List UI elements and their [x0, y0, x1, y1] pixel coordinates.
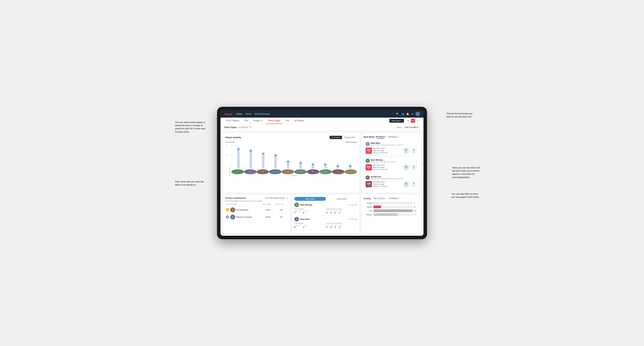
heart-view-icon[interactable]: ♥: [411, 119, 415, 123]
bar-group-1: 12: [245, 149, 257, 169]
shot-info-1: Shot Dist: 67 yds Start Lie: Rough End L…: [373, 147, 402, 154]
user-avatar[interactable]: U: [416, 112, 420, 116]
practice-drills-toggle[interactable]: Practice Drills: [342, 136, 357, 139]
search-icon[interactable]: 🔍: [396, 113, 399, 115]
x-axis-label: Players: [231, 174, 357, 176]
top-nav: clippd Home Teams My Performance 🔍 👥 🔔 ⊕…: [220, 110, 424, 118]
shot-chevron-3[interactable]: ›: [416, 176, 417, 179]
edit-icon[interactable]: ✏️: [249, 126, 252, 129]
bar-group-8: 2: [332, 164, 344, 169]
shot-zero-badge-2: 0 yds: [411, 164, 417, 171]
active-stats-2: Total Rounds Tournament 8 Practice: [294, 222, 357, 228]
nav-home[interactable]: Home: [236, 113, 242, 115]
bar-group-9: 2: [344, 164, 356, 169]
tab-tour[interactable]: Tour: [283, 118, 292, 124]
view-icons: ⊞ ♥ ≡: [406, 119, 420, 123]
shot-avatar-1: M: [366, 142, 370, 146]
least-active-tab[interactable]: Least Active: [326, 197, 357, 201]
tab-pgat-players[interactable]: PGAT Players: [224, 118, 241, 124]
shot-player-info-1: Matt Miller 09 Jun 2023 · Royal North De…: [371, 142, 403, 146]
shot-avatar-2: B: [366, 159, 370, 163]
shot-zero-badge-3: 0 yds: [411, 181, 417, 187]
bar-4: [287, 161, 289, 169]
shot-avatar-3: D: [366, 175, 370, 180]
users-icon[interactable]: 👥: [401, 113, 404, 115]
bar-group-6: 3: [306, 162, 319, 169]
most-active-tab[interactable]: Most Active: [294, 197, 326, 201]
team-header-row: Team Clippd | 14 Players ✏️ Show: Last 3…: [220, 124, 424, 131]
bar-chart-wrapper: 15 10 5 0 Total Rounds: [230, 144, 357, 176]
bogeys-fill: [374, 213, 398, 216]
shot-score-badge-2: 200 SG: [366, 164, 372, 171]
player-avatar-4: E: [282, 169, 294, 174]
shot-details-1: 200 SG Shot Dist: 67 yds Start Lie: Roug…: [366, 147, 417, 154]
show-dropdown[interactable]: Last 3 months ▾: [403, 126, 420, 129]
nav-performance[interactable]: My Performance: [254, 113, 270, 115]
practice-row-1: 1 R Richard Butler 19/20 110: [225, 206, 288, 213]
chart-dropdown[interactable]: Total Rounds ▾: [346, 141, 357, 143]
all-players-dropdown[interactable]: All Players ▾: [386, 135, 399, 138]
bell-icon[interactable]: 🔔: [406, 113, 409, 115]
pars-row: Pars 499: [364, 209, 419, 212]
bar-chart-container: 1312109543322: [231, 144, 357, 169]
all-shots-tab[interactable]: All Shots ▾: [376, 135, 386, 139]
best-shots-header: Best Shots All Shots ▾ All Players ▾: [364, 135, 419, 139]
player-avatar-6: R: [307, 169, 320, 174]
shot-yds-badge-2: 43 yds: [403, 164, 410, 171]
most-active-card: Most Active Least Active B Blair McHarg …: [292, 195, 360, 233]
shot-details-3: 198 SG Shot Dist: 16 yds Start Lie: Roug…: [366, 181, 417, 188]
practice-player-1: R Richard Butler: [230, 207, 261, 212]
bogeys-track: [374, 213, 413, 216]
active-stats-1: Total Rounds Tournament 7 Practice: [294, 208, 357, 214]
practice-subtitle: PUTT Must Make Putting (3-6 ft), Last 3 …: [225, 200, 288, 202]
list-view-icon[interactable]: ≡: [416, 119, 420, 123]
tab-all-players[interactable]: All Players: [292, 118, 306, 124]
active-avatar-2: R: [294, 217, 299, 221]
grid-view-icon[interactable]: ⊞: [406, 119, 410, 123]
tab-hcaps[interactable]: Hcaps 1-5: [251, 118, 265, 124]
y-axis-labels: 15 10 5 0: [226, 144, 228, 176]
add-team-button[interactable]: Add Team +: [390, 119, 404, 123]
bar-1: [250, 150, 252, 169]
tablet-screen: clippd Home Teams My Performance 🔍 👥 🔔 ⊕…: [220, 110, 424, 236]
eagles-row: Eagles 3: [364, 202, 419, 204]
player-avatar-9: L: [344, 169, 357, 174]
player-avatar-3: J: [269, 169, 282, 174]
practice-activities-group: Total Practice Activities GTT 0 APP: [326, 208, 357, 214]
plus-circle-icon[interactable]: ⊕: [411, 113, 413, 115]
bar-7: [324, 164, 326, 169]
practice-row-2: 2 E Edward Crossman 18/20 107: [225, 213, 288, 220]
practice-title: Practice Leaderboards: [225, 197, 246, 199]
annotation-filter: Filter what data you wish the table to b…: [175, 180, 204, 186]
scoring-header: Scoring Par 3, 4 & 5s ▾ All Players ▾: [364, 197, 419, 200]
page-wrapper: Choose the timescale you wish to see the…: [217, 107, 427, 239]
bottom-row: Practice Leaderboards PUTT Must Make Put…: [223, 195, 421, 233]
scoring-card: Scoring Par 3, 4 & 5s ▾ All Players ▾ Ea…: [362, 195, 421, 233]
pars-fill: [374, 209, 413, 212]
practice-dropdown[interactable]: PUTT Must Make Putting ... ▾: [265, 197, 288, 199]
shot-yds-badge-3: 16 yds: [403, 181, 410, 188]
logo: clippd: [224, 113, 232, 116]
active-player-header-1: B Blair McHarg 26 Aug 2023: [294, 202, 357, 207]
scoring-dropdown-2[interactable]: All Players ▾: [388, 197, 400, 200]
practice-player-2: E Edward Crossman: [230, 215, 261, 219]
chart-label-row: On Course Total Rounds ▾: [226, 141, 357, 143]
total-rounds-group: Total Rounds Tournament 7 Practice: [294, 208, 326, 214]
active-player-1: B Blair McHarg 26 Aug 2023 Total Rounds …: [294, 202, 357, 215]
tab-team-clippd[interactable]: Team Clippd: [266, 118, 282, 124]
shot-chevron-1[interactable]: ›: [416, 143, 417, 145]
tab-pga[interactable]: PGA: [242, 118, 250, 124]
pars-track: [374, 209, 413, 212]
on-course-toggle[interactable]: On Course: [329, 136, 342, 139]
nav-teams[interactable]: Teams: [245, 113, 251, 115]
birdies-row: Birdies 96: [364, 205, 419, 208]
player-avatar-1: B: [244, 169, 256, 174]
shot-player-row-1: M Matt Miller 09 Jun 2023 · Royal North …: [366, 142, 417, 146]
active-tabs: Most Active Least Active: [294, 197, 357, 201]
bar-2: [262, 153, 264, 169]
y-axis-title: Total Rounds: [229, 144, 231, 176]
player-avatars-row: BBDJEORMEL: [231, 169, 357, 174]
best-shots-card: Best Shots All Shots ▾ All Players ▾ M: [362, 133, 421, 193]
scoring-dropdown-1[interactable]: Par 3, 4 & 5s ▾: [372, 197, 386, 200]
shot-chevron-2[interactable]: ›: [416, 159, 417, 162]
